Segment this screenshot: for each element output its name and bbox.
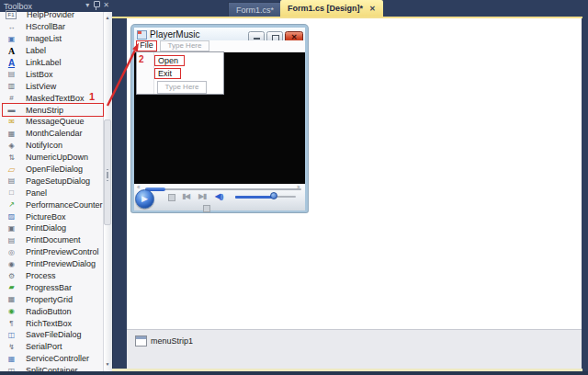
document-tabstrip: Form1.cs* Form1.cs [Design]* ✕ xyxy=(112,0,588,17)
toolbox-item-serialport[interactable]: ↯SerialPort xyxy=(0,341,103,353)
toolbox-item-hscrollbar[interactable]: ↔HScrollBar xyxy=(0,21,103,33)
toolbox-item-propertygrid[interactable]: ▦PropertyGrid xyxy=(0,293,103,305)
messagequeue-icon: ✉ xyxy=(6,117,17,127)
richtextbox-icon: ¶ xyxy=(6,318,17,328)
right-frame xyxy=(582,18,588,375)
panel-icon: □ xyxy=(6,188,17,198)
toolbox-item-printpreviewdialog[interactable]: ◉PrintPreviewDialog xyxy=(0,258,103,270)
toolbox-item-label[interactable]: ALabel xyxy=(0,45,103,57)
helpprovider-icon: F1 xyxy=(6,10,17,19)
scroll-down-icon[interactable]: ▼ xyxy=(103,359,112,369)
toolbox-item-performancecounter[interactable]: ↗PerformanceCounter xyxy=(0,199,103,210)
menu-type-here-placeholder[interactable]: Type Here xyxy=(160,40,209,51)
radiobutton-icon: ◉ xyxy=(6,306,17,316)
tab-form1-cs[interactable]: Form1.cs* xyxy=(228,2,282,17)
toolbox-item-maskedtextbox[interactable]: #MaskedTextBox xyxy=(0,92,103,104)
tab-form1-cs-design[interactable]: Form1.cs [Design]* ✕ xyxy=(280,0,383,17)
hscrollbar-icon: ↔ xyxy=(6,22,17,32)
listbox-icon: ▤ xyxy=(6,69,17,79)
toolbox-item-notifyicon[interactable]: ◈NotifyIcon xyxy=(0,140,103,152)
pagesetupdialog-icon: ▤ xyxy=(6,176,17,186)
menu-item-file[interactable]: File xyxy=(136,40,157,51)
seek-bar[interactable] xyxy=(145,188,301,190)
menu-item-exit[interactable]: Exit xyxy=(154,68,181,79)
printdocument-icon: ▤ xyxy=(6,235,17,245)
toolbox-item-panel[interactable]: □Panel xyxy=(0,187,103,199)
volume-speaker-icon[interactable]: ◀)) xyxy=(215,192,222,200)
toolbox-item-numericupdown[interactable]: ⇅NumericUpDown xyxy=(0,152,103,164)
picturebox-icon: ▨ xyxy=(6,211,17,222)
toolbox-item-richtextbox[interactable]: ¶RichTextBox xyxy=(0,317,103,329)
panel-splitter[interactable] xyxy=(112,18,128,371)
toolbox-item-splitcontainer[interactable]: ◫SplitContainer xyxy=(0,365,103,371)
volume-slider-thumb[interactable] xyxy=(270,192,277,199)
toolbox-item-helpprovider[interactable]: F1HelpProvider xyxy=(0,9,103,21)
toolbox-item-listview[interactable]: ▥ListView xyxy=(0,80,103,92)
file-dropdown-menu: Open Exit Type Here xyxy=(136,51,224,95)
openfiledialog-icon: ▱ xyxy=(6,165,17,175)
menustrip-component-icon xyxy=(135,335,147,347)
tab-close-icon[interactable]: ✕ xyxy=(369,5,376,13)
printpreviewdialog-icon: ◉ xyxy=(6,259,17,269)
toolbox-item-menustrip[interactable]: ▬MenuStrip xyxy=(0,104,103,116)
propertygrid-icon: ▦ xyxy=(6,294,17,304)
numericupdown-icon: ⇅ xyxy=(6,153,17,163)
menu-item-open[interactable]: Open xyxy=(154,55,185,66)
toolbox-item-progressbar[interactable]: ▰ProgressBar xyxy=(0,281,103,293)
toolbox-item-picturebox[interactable]: ▨PictureBox xyxy=(0,210,103,222)
toolbox-item-printpreviewcontrol[interactable]: ◎PrintPreviewControl xyxy=(0,246,103,258)
previous-button[interactable]: ▮◀ xyxy=(182,192,189,200)
menustrip-icon: ▬ xyxy=(6,105,17,115)
volume-slider-fill xyxy=(235,196,274,199)
toolbox-item-pagesetupdialog[interactable]: ▤PageSetupDialog xyxy=(0,175,103,187)
tab-label: Form1.cs* xyxy=(236,6,274,15)
toolbox-item-printdialog[interactable]: ▣PrintDialog xyxy=(0,222,103,234)
rewind-icon[interactable]: ‹‹ xyxy=(137,184,140,190)
toolbox-item-servicecontroller[interactable]: ▦ServiceController xyxy=(0,353,103,365)
form-title: PlayerMusic xyxy=(150,29,199,40)
monthcalendar-icon: ▦ xyxy=(6,129,17,139)
form-titlebar[interactable]: PlayerMusic ✕ xyxy=(134,28,305,40)
scrollbar-thumb[interactable] xyxy=(104,119,111,225)
next-button[interactable]: ▶▮ xyxy=(198,192,206,200)
toolbox-item-imagelist[interactable]: ▣ImageList xyxy=(0,33,103,45)
tray-item-label: menuStrip1 xyxy=(151,336,193,346)
serialport-icon: ↯ xyxy=(6,342,17,352)
label-icon: A xyxy=(6,46,17,56)
annotation-step-1: 1 xyxy=(89,91,95,102)
imagelist-icon: ▣ xyxy=(6,34,17,44)
tab-label: Form1.cs [Design]* xyxy=(288,4,363,13)
process-icon: ⚙ xyxy=(6,271,17,281)
scroll-up-icon[interactable]: ▲ xyxy=(103,13,112,22)
progressbar-icon: ▰ xyxy=(6,282,17,292)
minimize-icon xyxy=(254,38,260,40)
listview-icon: ▥ xyxy=(6,81,17,91)
toolbox-item-openfiledialog[interactable]: ▱OpenFileDialog xyxy=(0,164,103,176)
active-tab-underline xyxy=(112,17,582,18)
close-icon[interactable]: ✕ xyxy=(103,1,109,10)
printdialog-icon: ▣ xyxy=(6,223,17,233)
fast-forward-icon[interactable]: ›› xyxy=(297,184,300,190)
toolbox-item-listbox[interactable]: ▤ListBox xyxy=(0,68,103,80)
dropdown-type-here-placeholder[interactable]: Type Here xyxy=(157,81,207,94)
tray-item-menustrip1[interactable]: menuStrip1 xyxy=(135,335,193,347)
toolbox-item-linklabel[interactable]: ALinkLabel xyxy=(0,57,103,69)
notifyicon-icon: ◈ xyxy=(6,141,17,151)
toolbox-panel: Toolbox ▾ ✕ F1HelpProvider ↔HScrollBar ▣… xyxy=(0,0,112,375)
performancecounter-icon: ↗ xyxy=(6,199,17,210)
toolbox-item-monthcalendar[interactable]: ▦MonthCalendar xyxy=(0,128,103,140)
servicecontroller-icon: ▦ xyxy=(6,354,17,364)
toolbox-item-messagequeue[interactable]: ✉MessageQueue xyxy=(0,116,103,128)
media-player-controls: ‹‹ ›› ▶ ▮◀ ▶▮ ◀)) xyxy=(134,184,305,210)
stop-icon[interactable] xyxy=(168,194,175,201)
play-button[interactable]: ▶ xyxy=(135,189,154,209)
bottom-frame xyxy=(0,371,588,375)
toolbox-item-savefiledialog[interactable]: ◫SaveFileDialog xyxy=(0,329,103,341)
component-tray: menuStrip1 xyxy=(127,329,582,369)
maskedtextbox-icon: # xyxy=(6,93,17,103)
vs-designer-window: Form1.cs* Form1.cs [Design]* ✕ Toolbox ▾… xyxy=(0,0,588,375)
linklabel-icon: A xyxy=(6,58,17,68)
toolbox-item-printdocument[interactable]: ▤PrintDocument xyxy=(0,234,103,246)
toolbox-item-process[interactable]: ⚙Process xyxy=(0,270,103,282)
toolbox-item-radiobutton[interactable]: ◉RadioButton xyxy=(0,305,103,317)
